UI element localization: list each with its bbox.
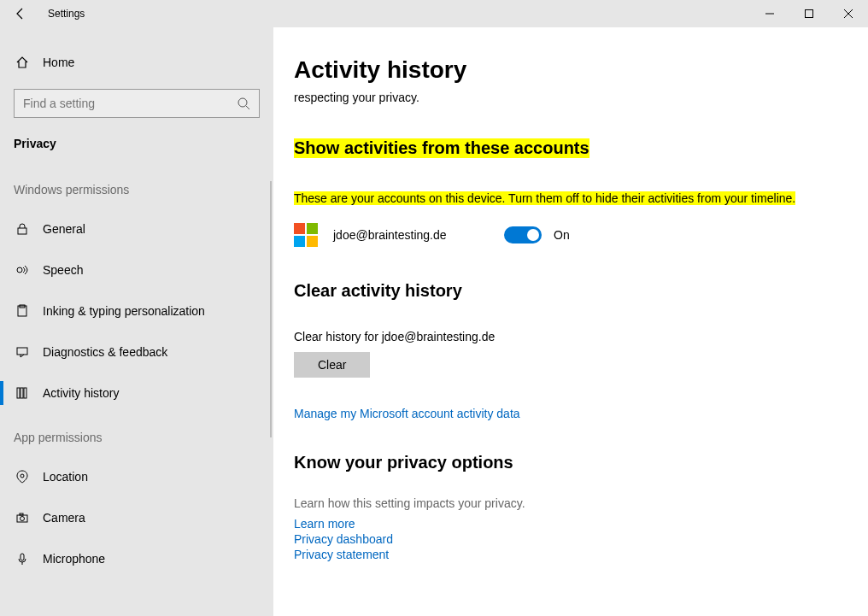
back-button[interactable] <box>0 0 41 27</box>
sidebar: Home Privacy Windows permissions General… <box>0 27 273 616</box>
content-pane: Activity history respecting your privacy… <box>273 27 868 616</box>
know-heading: Know your privacy options <box>294 453 513 472</box>
nav-label: Speech <box>43 263 83 277</box>
svg-rect-4 <box>18 228 26 234</box>
search-input[interactable] <box>14 89 260 118</box>
svg-rect-11 <box>24 388 26 398</box>
location-icon <box>14 470 31 484</box>
nav-microphone[interactable]: Microphone <box>0 538 273 579</box>
nav-inking[interactable]: Inking & typing personalization <box>0 290 273 331</box>
accounts-heading: Show activities from these accounts <box>294 138 589 158</box>
feedback-icon <box>14 345 31 359</box>
nav-label: Camera <box>43 511 85 525</box>
svg-point-12 <box>21 474 24 478</box>
intro-text: respecting your privacy. <box>294 91 834 104</box>
svg-rect-1 <box>806 10 813 18</box>
account-row: jdoe@braintesting.de On <box>294 223 834 247</box>
search-field[interactable] <box>23 97 237 110</box>
privacy-statement-link[interactable]: Privacy statement <box>294 548 834 561</box>
category-label: Privacy <box>0 132 273 166</box>
svg-line-3 <box>246 106 249 109</box>
nav-general[interactable]: General <box>0 208 273 249</box>
account-toggle[interactable] <box>504 226 542 243</box>
nav-location[interactable]: Location <box>0 456 273 497</box>
nav-diagnostics[interactable]: Diagnostics & feedback <box>0 331 273 373</box>
search-icon <box>237 97 250 110</box>
know-desc: Learn how this setting impacts your priv… <box>294 496 834 510</box>
nav-label: Activity history <box>43 386 119 400</box>
speech-icon <box>14 263 31 277</box>
home-nav[interactable]: Home <box>0 44 273 80</box>
svg-rect-16 <box>21 554 24 560</box>
clear-button[interactable]: Clear <box>294 352 370 378</box>
camera-icon <box>14 511 31 525</box>
svg-rect-9 <box>17 388 20 398</box>
microphone-icon <box>14 552 31 566</box>
close-button[interactable] <box>829 0 868 27</box>
nav-activity-history[interactable]: Activity history <box>0 373 273 414</box>
nav-speech[interactable]: Speech <box>0 249 273 290</box>
section-windows-permissions: Windows permissions <box>0 166 273 208</box>
home-icon <box>14 56 31 69</box>
svg-point-5 <box>17 267 22 273</box>
nav-label: Diagnostics & feedback <box>43 345 167 359</box>
svg-rect-15 <box>20 513 23 515</box>
clear-heading: Clear activity history <box>294 281 462 301</box>
page-title: Activity history <box>294 56 834 84</box>
microsoft-logo-icon <box>294 223 318 247</box>
learn-more-link[interactable]: Learn more <box>294 517 834 531</box>
home-label: Home <box>43 56 74 69</box>
clipboard-icon <box>14 304 31 318</box>
window-title: Settings <box>48 8 85 20</box>
accounts-desc: These are your accounts on this device. … <box>294 191 795 205</box>
svg-rect-10 <box>21 388 23 398</box>
privacy-dashboard-link[interactable]: Privacy dashboard <box>294 532 834 546</box>
section-app-permissions: App permissions <box>0 414 273 456</box>
nav-label: Location <box>43 470 88 484</box>
nav-label: Inking & typing personalization <box>43 304 205 318</box>
svg-point-2 <box>238 98 247 107</box>
maximize-button[interactable] <box>789 0 829 27</box>
titlebar: Settings <box>0 0 868 27</box>
sidebar-scrollbar[interactable] <box>270 181 272 437</box>
nav-label: General <box>43 222 85 236</box>
history-icon <box>14 386 31 400</box>
toggle-state: On <box>554 228 570 242</box>
account-email: jdoe@braintesting.de <box>333 228 504 242</box>
svg-point-14 <box>21 517 25 521</box>
nav-label: Microphone <box>43 552 105 566</box>
minimize-button[interactable] <box>750 0 789 27</box>
svg-rect-8 <box>17 348 27 355</box>
manage-link[interactable]: Manage my Microsoft account activity dat… <box>294 407 834 420</box>
clear-desc: Clear history for jdoe@braintesting.de <box>294 330 834 343</box>
lock-icon <box>14 222 31 236</box>
nav-camera[interactable]: Camera <box>0 497 273 538</box>
